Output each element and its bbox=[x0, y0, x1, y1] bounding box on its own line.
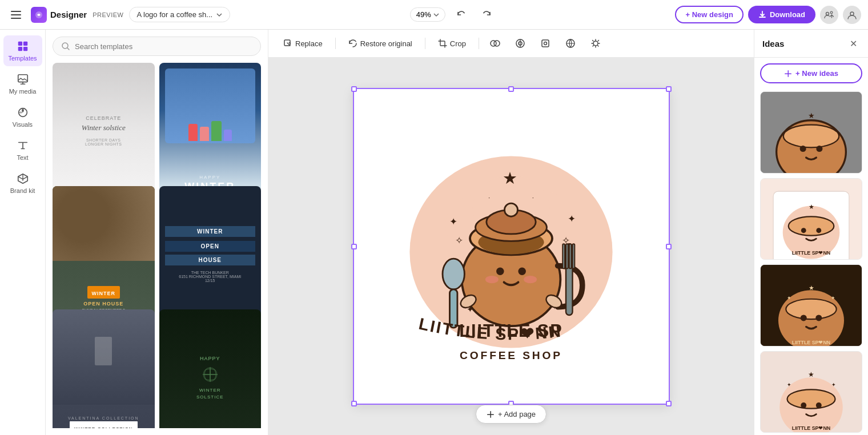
sidebar-item-brand-kit[interactable]: Brand kit bbox=[3, 168, 42, 199]
svg-text:✦: ✦ bbox=[831, 381, 836, 387]
logo-icon bbox=[31, 7, 47, 23]
sidebar-item-templates[interactable]: Templates bbox=[3, 35, 42, 66]
handle-top-center[interactable] bbox=[508, 86, 514, 92]
share-button[interactable] bbox=[820, 6, 838, 24]
restore-icon bbox=[348, 39, 357, 48]
idea-card-4[interactable]: LIITTLE SP❤NN COFFEE SHOP ★ ✦ ✦ bbox=[760, 351, 862, 433]
handle-top-left[interactable] bbox=[351, 86, 357, 92]
svg-point-79 bbox=[789, 216, 834, 235]
canvas-frame[interactable]: ↻ ★ ✦ ✦ ✦ bbox=[353, 88, 670, 405]
add-page-button[interactable]: + Add page bbox=[476, 405, 546, 424]
svg-text:COFFEE SHOP: COFFEE SHOP bbox=[460, 349, 562, 361]
idea-card-1[interactable]: LIITTLE SP❤NN COFFEE SHOP ★ bbox=[760, 91, 862, 174]
topbar: Designer PREVIEW A logo for a coffee sh.… bbox=[0, 0, 868, 30]
svg-text:LIITTLE SP❤NN: LIITTLE SP❤NN bbox=[792, 249, 830, 255]
svg-text:✦: ✦ bbox=[568, 212, 576, 224]
search-box[interactable] bbox=[53, 37, 261, 56]
svg-rect-58 bbox=[573, 244, 575, 268]
svg-rect-11 bbox=[18, 75, 27, 82]
toolbar-separator-2 bbox=[425, 38, 425, 49]
svg-rect-1 bbox=[11, 14, 21, 15]
template-card-winter-open-house[interactable]: WINTER OPEN HOUSE SUNDAY DECEMBER 5425 G… bbox=[53, 186, 155, 322]
svg-point-47 bbox=[504, 203, 517, 216]
coffee-logo-svg: ★ ✦ ✦ ✦ ✦ ✦ ✦ · · ✧ ✧ bbox=[374, 110, 648, 384]
topbar-right: + New design Download bbox=[675, 6, 861, 24]
plus-icon bbox=[487, 410, 495, 418]
template-card-happy-winter-solstice[interactable]: HAPPY WINTER SOLSTICE bbox=[159, 309, 262, 428]
restore-original-button[interactable]: Restore original bbox=[343, 36, 418, 51]
user-account-button[interactable] bbox=[843, 6, 861, 24]
svg-point-81 bbox=[816, 228, 821, 233]
download-icon bbox=[758, 11, 766, 19]
svg-rect-67 bbox=[788, 70, 789, 77]
template-card-winter-solstice[interactable]: CELEBRATE Winter solstice SHORTER DAYSLO… bbox=[53, 63, 155, 199]
undo-button[interactable] bbox=[452, 6, 471, 24]
search-icon bbox=[61, 42, 70, 51]
template-card-collection[interactable]: VALENTINA COLLECTION WINTER COLLECTION O… bbox=[53, 309, 155, 428]
download-button[interactable]: Download bbox=[748, 6, 815, 23]
sidebar-item-my-media[interactable]: My media bbox=[3, 69, 42, 99]
color-adjust-button[interactable] bbox=[486, 34, 504, 53]
template-card-open-house-dark[interactable]: WINTER OPEN HOUSE THE TECH BUNKER6151 RI… bbox=[159, 186, 262, 322]
svg-text:LIITTLE SP❤NN: LIITTLE SP❤NN bbox=[790, 172, 833, 173]
download-label: Download bbox=[770, 10, 805, 19]
document-title: A logo for a coffee sh... bbox=[136, 10, 212, 19]
ideas-list: LIITTLE SP❤NN COFFEE SHOP ★ bbox=[754, 89, 868, 435]
svg-point-70 bbox=[783, 125, 839, 148]
new-design-button[interactable]: + New design bbox=[675, 6, 743, 23]
sidebar-item-text[interactable]: Text bbox=[3, 135, 42, 166]
svg-point-100 bbox=[816, 402, 822, 408]
brightness-button[interactable] bbox=[586, 34, 605, 53]
add-page-label: + Add page bbox=[498, 410, 536, 418]
canvas-area: Replace Restore original Crop bbox=[268, 30, 754, 435]
menu-button[interactable] bbox=[7, 6, 25, 24]
plus-icon bbox=[784, 70, 792, 78]
crop-icon bbox=[438, 39, 447, 48]
svg-text:★: ★ bbox=[809, 284, 814, 291]
svg-text:★: ★ bbox=[503, 168, 517, 187]
svg-point-80 bbox=[801, 228, 806, 233]
svg-rect-55 bbox=[562, 244, 565, 268]
brand-kit-icon bbox=[17, 172, 29, 185]
new-ideas-button[interactable]: + New ideas bbox=[760, 63, 862, 83]
svg-point-6 bbox=[850, 12, 854, 15]
canvas-toolbar: Replace Restore original Crop bbox=[268, 30, 754, 58]
svg-rect-57 bbox=[569, 244, 572, 268]
canvas-logo: ★ ✦ ✦ ✦ ✦ ✦ ✦ · · ✧ ✧ bbox=[374, 110, 648, 384]
close-ideas-button[interactable]: ✕ bbox=[846, 37, 860, 50]
logo-area: Designer bbox=[31, 7, 87, 23]
handle-middle-left[interactable] bbox=[351, 244, 357, 249]
toolbar-separator-3 bbox=[479, 38, 479, 49]
sidebar-item-visuals[interactable]: Visuals bbox=[3, 102, 42, 132]
new-design-label: + New design bbox=[685, 10, 733, 19]
redo-button[interactable] bbox=[477, 6, 496, 24]
search-input[interactable] bbox=[75, 42, 252, 51]
svg-rect-0 bbox=[11, 11, 21, 12]
svg-point-71 bbox=[800, 146, 806, 152]
handle-top-right[interactable] bbox=[666, 86, 672, 92]
svg-text:LIITTLE SP❤NN: LIITTLE SP❤NN bbox=[792, 340, 830, 345]
svg-text:LIITTLE SP❤NN: LIITTLE SP❤NN bbox=[792, 425, 830, 431]
svg-text:·: · bbox=[532, 194, 534, 201]
templates-icon bbox=[17, 40, 29, 53]
template-card-happy-winter[interactable]: HAPPY WINTER bbox=[159, 63, 262, 199]
filter-button[interactable] bbox=[561, 34, 580, 53]
topbar-center: 49% bbox=[237, 6, 668, 24]
crop-button[interactable]: Crop bbox=[432, 36, 472, 51]
handle-bottom-left[interactable] bbox=[351, 401, 357, 406]
replace-button[interactable]: Replace bbox=[278, 36, 328, 51]
handle-bottom-right[interactable] bbox=[666, 401, 672, 406]
smart-crop-button[interactable] bbox=[536, 34, 554, 53]
idea-card-3[interactable]: LIITTLE SP❤NN COFFEE SHOP ★ ✦ ✦ ADD YOUR… bbox=[760, 264, 862, 347]
overlay-button[interactable] bbox=[511, 34, 529, 53]
document-title-pill[interactable]: A logo for a coffee sh... bbox=[129, 7, 230, 22]
idea-card-2[interactable]: LIITTLE SP❤NN COFFEE SHOP ★ bbox=[760, 178, 862, 260]
canvas-wrapper: ↻ ★ ✦ ✦ ✦ bbox=[341, 58, 681, 435]
ideas-panel: Ideas ✕ + New ideas LIITTLE SP❤NN bbox=[754, 30, 868, 435]
svg-point-5 bbox=[830, 11, 833, 14]
handle-middle-right[interactable] bbox=[666, 244, 672, 249]
app-name: Designer bbox=[50, 10, 87, 19]
svg-point-51 bbox=[524, 275, 537, 283]
toolbar-separator bbox=[335, 38, 336, 49]
zoom-control[interactable]: 49% bbox=[410, 7, 445, 22]
